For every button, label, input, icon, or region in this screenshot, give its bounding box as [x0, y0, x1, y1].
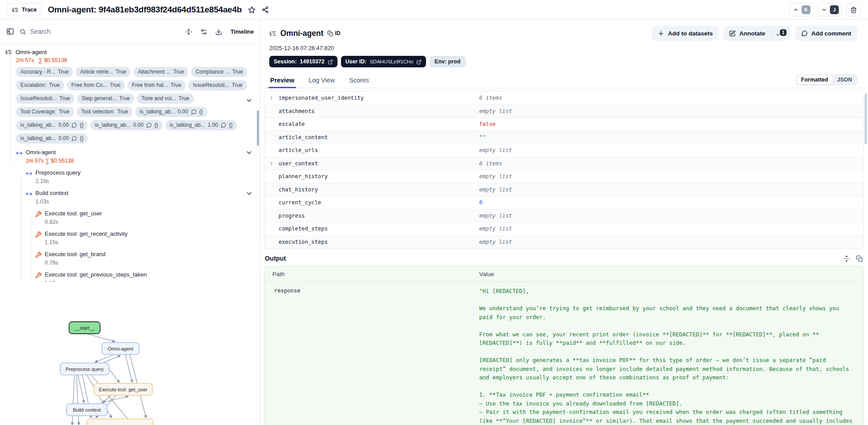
score-badge-value: 0.00 — [133, 121, 143, 129]
score-badge[interactable]: Tool Coverage:True — [16, 107, 74, 117]
score-badge[interactable]: is_talking_ab...0.00{} — [135, 107, 207, 117]
span-row[interactable]: Preprocess query2.15s — [0, 168, 260, 185]
span-text: Omni-agent2m 57s ∑ $0.55138 — [26, 148, 74, 165]
chevron-down-icon[interactable] — [245, 189, 253, 197]
kv-value: "" — [479, 134, 486, 140]
span-row[interactable]: Build context1.03s — [0, 189, 260, 206]
chevron-right-icon[interactable] — [269, 95, 279, 101]
tab-scores[interactable]: Scores — [348, 76, 370, 88]
add-comment-button[interactable]: Add comment — [795, 26, 857, 41]
prev-trace-button[interactable]: K — [789, 3, 814, 16]
kv-value: empty list — [479, 187, 512, 193]
graph-node-__start__[interactable]: __start__ — [69, 322, 100, 334]
score-badge[interactable]: Free from hal...True — [128, 80, 186, 90]
score-badge[interactable]: IssueResoluti...True — [188, 80, 247, 90]
score-badge[interactable]: IssueResoluti...True — [16, 94, 74, 104]
score-badge-label: Article retrie... — [80, 68, 113, 76]
kv-row-current_cycle: current_cycle0 — [264, 196, 863, 209]
score-badge[interactable]: Attachment ...True — [133, 67, 188, 77]
output-value: "Hi [REDACTED], We understand you’re try… — [479, 287, 855, 425]
shortcut-key-j: J — [830, 5, 839, 14]
score-badge[interactable]: is_talking_ab...1.00{} — [165, 120, 237, 130]
score-badge[interactable]: Escalation:True — [16, 80, 64, 90]
kv-key: execution_steps — [279, 239, 479, 245]
span-duration: 0.76s — [45, 259, 105, 267]
tree-guide-line — [21, 204, 25, 205]
settings-icon[interactable] — [200, 27, 207, 35]
span-row[interactable]: Omni-agent2m 57s ∑ $0.55138 — [0, 148, 260, 165]
score-badge-value: True — [119, 95, 130, 102]
svg-text:Build context: Build context — [73, 407, 101, 413]
chevron-down-icon[interactable] — [245, 148, 253, 156]
score-badge[interactable]: is_talking_ab...0.00{} — [16, 133, 88, 144]
svg-text:Execute tool: get_user: Execute tool: get_user — [99, 387, 147, 392]
kv-value: 0 — [479, 199, 482, 206]
output-col-value: Value — [479, 271, 494, 277]
score-badge-label: Tool selection: — [81, 108, 115, 116]
score-badge[interactable]: Free from Co...True — [67, 80, 125, 90]
user-id-badge[interactable]: User ID: SDAHUSLy9f1CHo — [341, 56, 426, 67]
add-to-datasets-button[interactable]: Add to datasets — [651, 26, 719, 41]
kv-row-user_context[interactable]: user_context6 items — [264, 157, 863, 170]
graph-node-next[interactable] — [87, 419, 153, 425]
format-toggle-json[interactable]: JSON — [833, 75, 856, 84]
trace-root-row[interactable]: Omni-agent — [5, 47, 260, 56]
graph-node-Execute tool: get_user[interactable]: Execute tool: get_user — [94, 383, 152, 395]
trace-detail-panel: Omni-agent ID Add to datasets Annotate — [260, 19, 868, 425]
span-row[interactable]: Execute tool: get_previous_steps_taken1.… — [0, 270, 260, 282]
unfold-vertical-icon[interactable] — [843, 254, 850, 262]
graph-node-Build context[interactable]: Build context — [66, 404, 107, 416]
timeline-toggle[interactable]: Timeline — [230, 28, 254, 35]
span-row[interactable]: Execute tool: get_brand0.76s — [0, 250, 260, 267]
tab-log-view[interactable]: Log View — [308, 76, 336, 88]
kv-value: empty list — [479, 239, 512, 245]
output-table: Path Value response"Hi [REDACTED], We un… — [264, 266, 864, 425]
graph-node-Preprocess query[interactable]: Preprocess query — [60, 363, 109, 375]
chevron-down-icon[interactable] — [245, 96, 253, 104]
span-name: Execute tool: get_previous_steps_taken — [45, 270, 147, 279]
score-badge-value: 0.00 — [178, 108, 188, 116]
score-badge[interactable]: Tool selection:True — [77, 107, 132, 117]
search-input[interactable] — [30, 28, 180, 35]
kv-row-impersonated_user_identity[interactable]: impersonated_user_identity6 items — [264, 91, 863, 105]
span-type-icon — [16, 149, 23, 165]
span-duration: 2m 57s ∑ $0.55138 — [26, 157, 74, 165]
score-badge-label: Compliance ... — [195, 68, 229, 76]
span-row[interactable]: Execute tool: get_recent_activity1.15s — [0, 230, 260, 246]
kv-key: attachments — [279, 108, 479, 114]
score-badge[interactable]: Compliance ...True — [191, 67, 247, 77]
next-trace-button[interactable]: J — [818, 3, 842, 16]
kv-value: empty list — [479, 108, 512, 114]
copy-id-button[interactable]: ID — [327, 30, 341, 36]
score-badge-label: Attachment ... — [138, 68, 170, 76]
wrench-icon — [35, 210, 42, 226]
chevron-right-icon[interactable] — [269, 161, 279, 166]
score-badge[interactable]: is_talking_ab...0.00{} — [16, 120, 88, 130]
download-icon[interactable] — [215, 27, 222, 35]
copy-icon[interactable] — [856, 254, 863, 262]
score-badge[interactable]: Article retrie...True — [76, 67, 131, 77]
delete-trace-button[interactable] — [846, 3, 861, 16]
collapse-panel-icon[interactable] — [6, 27, 14, 36]
collapse-all-icon[interactable] — [185, 27, 192, 35]
score-badge[interactable]: Step generat...True — [77, 94, 134, 104]
score-badge[interactable]: Tone and voi...True — [137, 94, 194, 104]
wrench-icon — [35, 251, 42, 267]
score-badge-suffix: {} — [80, 135, 83, 142]
star-icon[interactable] — [248, 5, 256, 13]
tree-guide-line — [21, 177, 21, 282]
session-badge[interactable]: Session: 14910372 — [269, 56, 337, 67]
score-badge-suffix: {} — [229, 121, 232, 129]
graph-node-Omni-agent[interactable]: Omni-agent — [102, 343, 139, 355]
score-badge[interactable]: Accuracy - R...True — [16, 67, 73, 77]
format-toggle-formatted[interactable]: Formatted — [797, 75, 832, 84]
sidebar-scrollbar-thumb[interactable] — [257, 110, 259, 146]
span-row[interactable]: Execute tool: get_user0.82s — [0, 209, 260, 226]
score-badge[interactable]: is_talking_ab...0.00{} — [90, 120, 162, 130]
annotate-dropdown-button[interactable]: 1 — [771, 28, 790, 39]
share-icon[interactable] — [262, 6, 269, 14]
tab-preview[interactable]: Preview — [269, 76, 295, 88]
external-link-icon — [328, 58, 333, 65]
preview-scrollbar-thumb[interactable] — [864, 94, 867, 144]
annotate-button[interactable]: Annotate — [723, 30, 771, 37]
